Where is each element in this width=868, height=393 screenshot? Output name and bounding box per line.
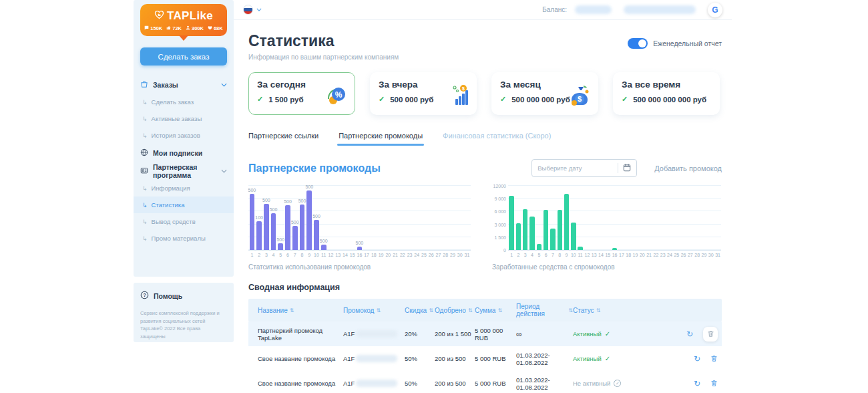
card-all-time[interactable]: За все время ✓500 000 000 000 руб xyxy=(613,72,720,115)
trash-icon[interactable] xyxy=(703,327,718,342)
sidebar-item-make-order[interactable]: ↳Сделать заказ xyxy=(140,94,227,110)
x-axis-tick: 26 xyxy=(427,253,435,257)
weekly-report-toggle[interactable] xyxy=(628,38,648,49)
bar-slot xyxy=(660,186,666,250)
sidebar-item-withdrawal[interactable]: ↳Вывод средств xyxy=(140,213,227,230)
x-axis-tick: 25 xyxy=(421,253,428,257)
trash-icon[interactable] xyxy=(710,380,718,387)
tab-financial-statistics[interactable]: Финансовая статистика (Скоро) xyxy=(443,132,551,146)
language-flag-ru[interactable] xyxy=(243,5,253,15)
return-arrow-icon: ↳ xyxy=(142,132,148,139)
bar xyxy=(321,245,327,250)
followers-icon xyxy=(186,25,190,31)
column-header-0[interactable]: Название⇅ xyxy=(258,307,343,314)
globe-icon xyxy=(140,148,148,158)
x-axis-tick: 29 xyxy=(449,253,457,257)
sidebar-item-information[interactable]: ↳Информация xyxy=(140,180,227,196)
column-label: Название xyxy=(258,307,288,314)
x-axis-tick: 28 xyxy=(694,253,700,257)
tab-partner-links[interactable]: Партнерские ссылки xyxy=(248,132,318,146)
refresh-icon[interactable]: ↻ xyxy=(686,330,693,339)
x-axis-tick: 20 xyxy=(385,253,392,257)
chevron-down-icon[interactable] xyxy=(256,8,262,11)
earnings-chart-plot: 120009 0006 0003 0001 5000 xyxy=(508,186,721,251)
x-axis-tick: 17 xyxy=(618,253,625,257)
card-month[interactable]: За месяц ✓500 000 000 руб $ xyxy=(491,72,598,115)
column-header-3[interactable]: Одобрено⇅ xyxy=(435,307,475,314)
column-header-4[interactable]: Сумма⇅ xyxy=(475,307,516,314)
sidebar-item-partner-program[interactable]: Партнерская программа xyxy=(140,162,227,180)
bar-slot xyxy=(563,186,570,250)
period-cell: ∞ xyxy=(516,330,573,339)
earnings-chart-x-axis: 1234567891011121314151617181920212223242… xyxy=(508,253,721,257)
x-axis-tick: 27 xyxy=(435,253,442,257)
add-promocode-button[interactable]: Добавить промокод xyxy=(654,164,722,172)
sidebar-item-subscriptions[interactable]: Мои подписки xyxy=(140,144,227,162)
card-yesterday[interactable]: За вчера ✓500 000 руб $ xyxy=(370,72,477,115)
bar-slot: 500 xyxy=(306,186,313,250)
make-order-button[interactable]: Сделать заказ xyxy=(140,47,227,66)
calendar-icon[interactable] xyxy=(623,162,631,174)
status-circle-check-icon: ✓ xyxy=(614,380,621,387)
sidebar-item-statistics[interactable]: ↳Статистика xyxy=(134,196,234,213)
refresh-icon[interactable]: ↻ xyxy=(694,379,700,388)
tab-partner-promocodes[interactable]: Партнерские промокоды xyxy=(339,132,423,146)
column-header-2[interactable]: Скидка⇅ xyxy=(405,307,435,314)
sidebar-item-order-history[interactable]: ↳История заказов xyxy=(140,127,227,144)
sidebar-item-orders[interactable]: Заказы xyxy=(140,76,227,94)
x-axis-tick: 21 xyxy=(392,253,399,257)
sidebar-item-label: История заказов xyxy=(152,132,200,139)
refresh-icon[interactable]: ↻ xyxy=(694,354,700,364)
x-axis-tick: 12 xyxy=(584,253,590,257)
bar xyxy=(523,209,527,250)
sort-icon: ⇅ xyxy=(497,307,502,313)
sidebar-item-active-orders[interactable]: ↳Активные заказы xyxy=(140,110,227,127)
x-axis-tick: 1 xyxy=(248,253,256,257)
usage-chart: 500100500500500500500500500500500500 123… xyxy=(248,186,471,271)
row-actions: ↻ xyxy=(683,327,722,342)
x-axis-tick: 31 xyxy=(463,253,471,257)
x-axis-tick: 15 xyxy=(604,253,611,257)
x-axis-tick: 13 xyxy=(335,253,342,257)
x-axis-tick: 16 xyxy=(611,253,618,257)
google-icon[interactable]: G xyxy=(708,3,722,17)
bar-slot xyxy=(421,186,428,250)
sidebar-item-help[interactable]: ? Помощь xyxy=(140,291,227,301)
bar-value-label: 500 xyxy=(284,199,292,204)
logo-stats: 150K 72K 300K 68K xyxy=(143,25,224,31)
status-cell: Активный✓ xyxy=(573,330,633,338)
bar-slot xyxy=(363,186,371,250)
bar xyxy=(612,248,617,250)
date-picker-input[interactable]: Выберите дату xyxy=(531,159,637,177)
sidebar-panel: TAPLike 150K 72K 300K 68K Сделать заказ … xyxy=(134,0,234,277)
x-axis-tick: 15 xyxy=(349,253,356,257)
sidebar-item-promo-materials[interactable]: ↳Промо материалы xyxy=(140,230,227,247)
sidebar-item-label: Активные заказы xyxy=(152,115,202,122)
promocodes-table: Название⇅Промокод⇅Скидка⇅Одобрено⇅Сумма⇅… xyxy=(248,299,722,393)
x-axis-tick: 22 xyxy=(652,253,659,257)
y-axis-tick: 9 000 xyxy=(491,196,506,201)
column-header-1[interactable]: Промокод⇅ xyxy=(343,307,405,314)
x-axis-tick: 8 xyxy=(556,253,563,257)
trash-icon[interactable] xyxy=(710,355,718,362)
date-placeholder: Выберите дату xyxy=(537,164,618,172)
status-check-icon: ✓ xyxy=(605,330,610,338)
row-actions: ↻ xyxy=(683,354,722,364)
bar-slot: 500 xyxy=(277,186,284,250)
bar xyxy=(564,194,569,250)
card-today[interactable]: За сегодня ✓1 500 руб % xyxy=(248,72,355,115)
bar-slot: 500 xyxy=(262,186,270,250)
approved-cell: 200 из 500 xyxy=(435,355,475,362)
promo-section-header: Партнерские промокоды Выберите дату Доба… xyxy=(248,159,722,177)
bar-slot xyxy=(714,186,721,250)
column-label: Одобрено xyxy=(435,307,466,314)
column-header-5[interactable]: Период действия⇅ xyxy=(516,303,573,317)
y-axis-tick: 6 000 xyxy=(491,209,506,214)
thumb-up-icon xyxy=(166,25,171,31)
growth-chart-icon: $ xyxy=(446,83,470,107)
bar-slot xyxy=(463,186,471,250)
column-header-6[interactable]: Статус⇅ xyxy=(573,307,633,314)
bar-value-label: 500 xyxy=(291,220,299,225)
x-axis-tick: 1 xyxy=(508,253,515,257)
amount-cell: 5 000 RUB xyxy=(475,355,516,362)
